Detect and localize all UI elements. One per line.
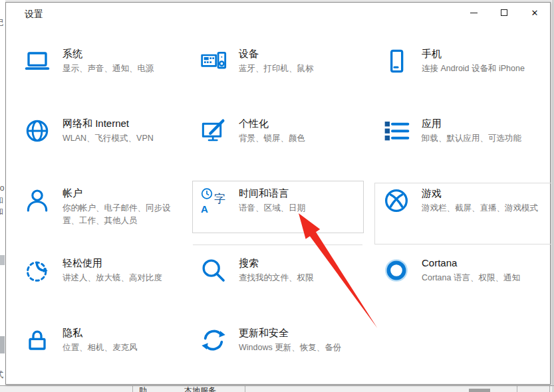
personalization-icon: [200, 118, 227, 144]
tile-subtitle: 背景、锁屏、颜色: [239, 132, 372, 145]
tile-text: 网络和 Internet WLAN、飞行模式、VPN: [63, 117, 196, 177]
tile-text: 应用 卸载、默认应用、可选功能: [422, 117, 548, 177]
tile-title: 轻松使用: [63, 256, 196, 269]
background-text-fragment: no: [0, 183, 4, 193]
minimize-button[interactable]: [458, 3, 489, 23]
tile-title: 游戏: [422, 187, 548, 199]
settings-tile-privacy[interactable]: 隐私 位置、相机、麦克风: [21, 316, 197, 386]
background-text-fragment: 式: [0, 369, 3, 381]
settings-tile-time-language[interactable]: A 字 时间和语言 语音、区域、日期: [197, 177, 380, 246]
phone-icon: [383, 48, 410, 74]
tile-subtitle: 位置、相机、麦克风: [63, 342, 196, 354]
tile-subtitle: WLAN、飞行模式、VPN: [63, 132, 196, 145]
settings-tile-phone[interactable]: 手机 连接 Android 设备和 iPhone: [380, 37, 548, 107]
background-window-edge: [553, 0, 553, 392]
apps-icon: [383, 118, 410, 144]
tile-text: 系统 显示、声音、通知、电源: [63, 47, 196, 107]
tile-icon-column: [197, 256, 230, 316]
settings-tile-ease-of-access[interactable]: 轻松使用 讲述人、放大镜、高对比度: [21, 246, 197, 316]
tile-subtitle: Cortana 语言、权限、通知: [422, 272, 548, 284]
tile-title: 更新和安全: [239, 326, 372, 339]
tile-text: Cortana Cortana 语言、权限、通知: [422, 256, 548, 316]
tile-text: 设备 蓝牙、打印机、鼠标: [239, 47, 372, 107]
tile-subtitle: 你的帐户、电子邮件、同步设置、工作、其他人员: [63, 202, 176, 227]
settings-tile-cortana[interactable]: Cortana Cortana 语言、权限、通知: [380, 246, 548, 316]
sync-icon: [200, 327, 227, 353]
column-divider: [517, 386, 517, 392]
tile-icon-column: [21, 187, 54, 246]
tile-text: 帐户 你的帐户、电子邮件、同步设置、工作、其他人员: [63, 187, 176, 246]
column-divider: [549, 386, 550, 392]
tile-title: 搜索: [239, 256, 372, 269]
tile-icon-column: [21, 326, 54, 386]
cortana-icon: [383, 257, 410, 284]
tile-subtitle: 卸载、默认应用、可选功能: [422, 132, 548, 145]
tile-subtitle: 语音、区域、日期: [239, 202, 372, 215]
tile-subtitle: 显示、声音、通知、电源: [63, 62, 196, 75]
column-divider: [132, 386, 133, 392]
settings-tile-gaming[interactable]: 游戏 游戏栏、截屏、直播、游戏模式: [380, 177, 548, 246]
settings-tile-update-security[interactable]: 更新和安全 Windows 更新、恢复、备份: [197, 316, 380, 386]
letter-a-glyph: A: [201, 204, 208, 214]
background-window-bottom-sliver: 助本地服务: [0, 385, 554, 392]
tile-icon-column: A 字: [197, 187, 230, 246]
tile-icon-column: [21, 256, 54, 316]
xbox-icon: [383, 187, 410, 214]
settings-tile-search[interactable]: 搜索 查找我的文件、权限: [197, 246, 380, 316]
tile-text: 手机 连接 Android 设备和 iPhone: [422, 47, 548, 107]
tile-subtitle: 讲述人、放大镜、高对比度: [63, 272, 196, 284]
tile-icon-column: [21, 47, 54, 107]
close-button[interactable]: ✕: [519, 3, 550, 23]
lock-icon: [24, 327, 51, 353]
titlebar[interactable]: 设置 ✕: [6, 3, 550, 24]
window-title: 设置: [25, 9, 43, 21]
minimize-icon: [470, 13, 478, 13]
settings-tile-accounts[interactable]: 帐户 你的帐户、电子邮件、同步设置、工作、其他人员: [21, 177, 197, 246]
tile-title: 时间和语言: [239, 187, 372, 199]
tile-icon-column: [197, 47, 230, 107]
background-window-left-sliver: 记no如知式: [0, 0, 5, 392]
settings-window: 设置 ✕ 系统 显示、声音、通知、电源 设备 蓝牙、打印机、鼠标 手机 连接 A…: [5, 2, 551, 385]
zi-character-glyph: 字: [214, 193, 225, 205]
globe-icon: [24, 118, 51, 144]
tile-icon-column: [380, 117, 413, 177]
tile-text: 更新和安全 Windows 更新、恢复、备份: [239, 326, 372, 386]
tile-subtitle: 游戏栏、截屏、直播、游戏模式: [422, 202, 548, 215]
background-scrollbar-thumb: [469, 389, 490, 392]
settings-tile-network[interactable]: 网络和 Internet WLAN、飞行模式、VPN: [21, 107, 197, 177]
background-scrollbar-fragment: [0, 255, 5, 265]
tile-icon-column: [380, 47, 413, 107]
tile-title: 网络和 Internet: [63, 117, 196, 130]
tile-icon-column: [197, 117, 230, 177]
tile-text: 时间和语言 语音、区域、日期: [239, 187, 372, 246]
tile-text: 隐私 位置、相机、麦克风: [63, 326, 196, 386]
background-text-fragment: 如: [0, 195, 3, 206]
tile-title: 帐户: [63, 187, 176, 199]
tile-icon-column: [197, 326, 230, 386]
settings-category-grid: 系统 显示、声音、通知、电源 设备 蓝牙、打印机、鼠标 手机 连接 Androi…: [21, 37, 548, 386]
settings-tile-apps[interactable]: 应用 卸载、默认应用、可选功能: [380, 107, 548, 177]
tile-title: 个性化: [239, 117, 372, 130]
time-language-icon: A 字: [200, 187, 227, 214]
tile-title: 隐私: [63, 326, 196, 339]
settings-tile-system[interactable]: 系统 显示、声音、通知、电源: [21, 37, 197, 107]
maximize-button[interactable]: [489, 3, 519, 23]
background-text-fragment: 本地服务: [184, 387, 216, 392]
settings-tile-devices[interactable]: 设备 蓝牙、打印机、鼠标: [197, 37, 380, 107]
tile-subtitle: 查找我的文件、权限: [239, 272, 372, 284]
tile-subtitle: 连接 Android 设备和 iPhone: [422, 62, 548, 75]
tile-icon-column: [380, 187, 413, 246]
tile-subtitle: Windows 更新、恢复、备份: [239, 342, 372, 354]
background-text-fragment: 知: [0, 206, 3, 217]
settings-tile-personalization[interactable]: 个性化 背景、锁屏、颜色: [197, 107, 380, 177]
tile-text: 轻松使用 讲述人、放大镜、高对比度: [63, 256, 196, 316]
magnifier-icon: [200, 257, 227, 284]
ease-of-access-icon: [24, 257, 51, 284]
tile-title: 设备: [239, 47, 372, 60]
background-scrollbar-fragment: [0, 336, 5, 353]
close-icon: ✕: [531, 9, 539, 17]
devices-icon: [200, 48, 227, 74]
tile-icon-column: [21, 117, 54, 177]
tile-text: 游戏 游戏栏、截屏、直播、游戏模式: [422, 187, 548, 246]
background-text-fragment: 助: [139, 387, 147, 392]
